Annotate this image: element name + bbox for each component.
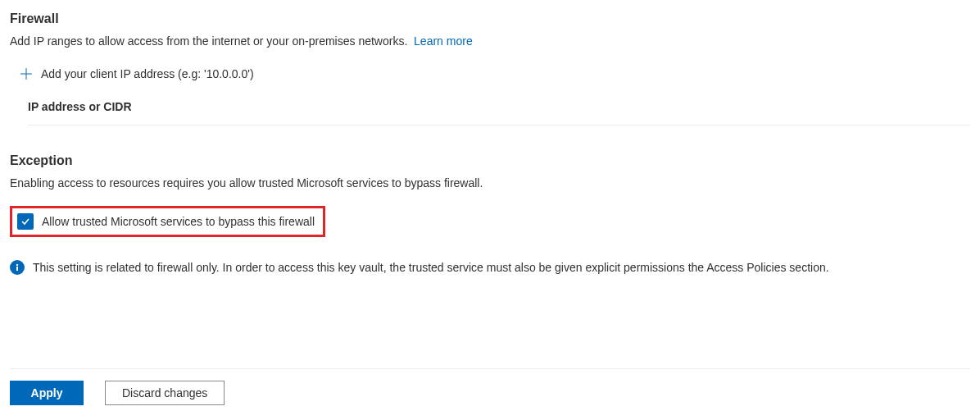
firewall-description-text: Add IP ranges to allow access from the i… xyxy=(10,34,407,48)
add-ip-label: Add your client IP address (e.g: '10.0.0… xyxy=(41,67,254,80)
exception-heading: Exception xyxy=(10,153,970,168)
svg-point-0 xyxy=(16,264,18,266)
info-icon xyxy=(10,260,25,275)
allow-trusted-label: Allow trusted Microsoft services to bypa… xyxy=(42,215,315,228)
firewall-section: Firewall Add IP ranges to allow access f… xyxy=(10,11,970,126)
ip-column-header: IP address or CIDR xyxy=(28,85,970,126)
add-ip-button[interactable]: Add your client IP address (e.g: '10.0.0… xyxy=(10,62,970,85)
svg-rect-1 xyxy=(16,267,18,271)
info-note: This setting is related to firewall only… xyxy=(10,260,970,275)
info-text: This setting is related to firewall only… xyxy=(33,261,829,274)
firewall-description: Add IP ranges to allow access from the i… xyxy=(10,34,970,48)
allow-trusted-checkbox-row[interactable]: Allow trusted Microsoft services to bypa… xyxy=(10,206,325,237)
apply-button[interactable]: Apply xyxy=(10,381,84,405)
plus-icon xyxy=(20,67,33,80)
exception-description: Enabling access to resources requires yo… xyxy=(10,176,970,189)
check-icon xyxy=(20,216,31,227)
allow-trusted-checkbox[interactable] xyxy=(17,213,34,230)
discard-button[interactable]: Discard changes xyxy=(105,381,225,405)
learn-more-link[interactable]: Learn more xyxy=(414,34,473,48)
section-spacer xyxy=(10,126,970,153)
footer: Apply Discard changes xyxy=(10,368,970,405)
exception-section: Exception Enabling access to resources r… xyxy=(10,153,970,275)
firewall-heading: Firewall xyxy=(10,11,970,26)
